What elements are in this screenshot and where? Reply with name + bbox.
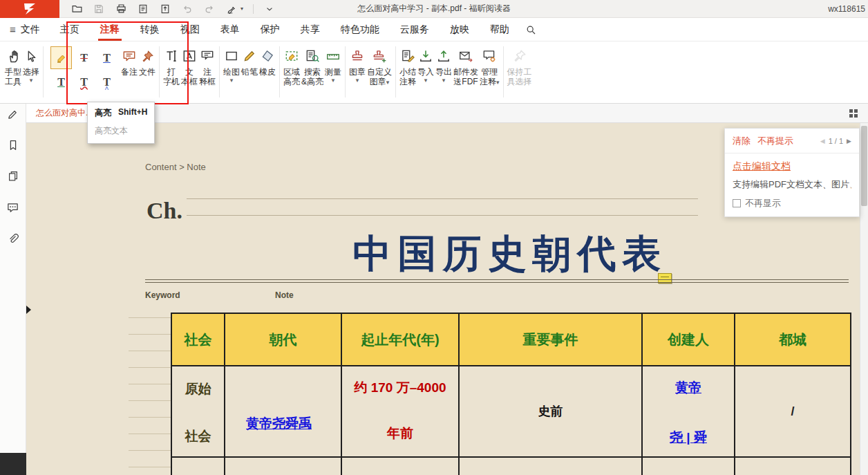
signature-tool-icon[interactable] [225, 3, 238, 15]
measure-caret-icon[interactable]: ▾ [332, 77, 335, 84]
print-icon[interactable] [115, 3, 127, 15]
attachments-panel-icon[interactable] [5, 230, 21, 247]
select-tool-button[interactable]: 选择 ▾ [22, 44, 40, 84]
note-button[interactable]: 备注 [120, 44, 138, 77]
drawing-rect-icon [224, 45, 239, 67]
bookmarks-panel-icon[interactable] [5, 137, 21, 153]
foxit-logo[interactable] [0, 0, 59, 18]
export-page-icon[interactable] [159, 3, 171, 15]
search-icon[interactable] [520, 18, 542, 41]
custom-stamp-button[interactable]: 自定义图章▾ [366, 44, 393, 86]
pager-next-icon[interactable]: ▶ [847, 138, 851, 145]
tab-grid-icon[interactable] [849, 104, 868, 122]
capital-cell: / [735, 366, 850, 456]
area-highlight-button[interactable]: 区域高亮 [283, 44, 301, 86]
open-file-icon[interactable] [70, 3, 83, 15]
menubar: ≡ 文件 主页 注释 转换 视图 表单 保护 共享 特色功能 云服务 放映 帮助 [0, 18, 868, 41]
export-comments-button[interactable]: 导出 ▾ [435, 44, 453, 84]
ribbon-separator [345, 46, 346, 97]
customize-toolbar-chevron-icon[interactable] [263, 3, 276, 15]
undo-icon[interactable] [181, 3, 194, 15]
drawing-button[interactable]: 绘图 ▾ [223, 44, 240, 84]
export-caret-icon[interactable]: ▾ [442, 77, 446, 84]
dynasty-link[interactable]: 黄帝尧舜禹 [246, 415, 312, 433]
checkbox-box[interactable] [733, 199, 741, 207]
tab-help[interactable]: 帮助 [480, 18, 520, 41]
ribbon-separator [279, 46, 280, 97]
manage-caret-icon[interactable]: ▾ [496, 79, 500, 86]
keep-tool-selected-button[interactable]: 保持工具选择 [507, 44, 533, 86]
measure-label: 测量 [325, 67, 341, 77]
vertical-scrollbar[interactable] [860, 123, 868, 475]
import-caret-icon[interactable]: ▾ [424, 77, 428, 84]
custom-stamp-caret-icon[interactable]: ▾ [386, 79, 390, 86]
email-fdf-button[interactable]: 邮件发送FDF [453, 44, 479, 86]
redo-icon[interactable] [203, 3, 216, 15]
tab-comment[interactable]: 注释 [90, 18, 130, 41]
pushpin-icon [140, 45, 155, 67]
eraser-button[interactable]: 橡皮 [258, 44, 276, 77]
select-caret-icon[interactable]: ▾ [30, 77, 33, 84]
scrollbar-thumb[interactable] [861, 126, 867, 206]
annotate-pencil-icon[interactable] [5, 106, 21, 122]
tab-view[interactable]: 视图 [170, 18, 210, 41]
dont-show-checkbox[interactable]: 不再显示 [733, 197, 851, 209]
import-comments-button[interactable]: 导入 ▾ [417, 44, 435, 84]
underline2-tool-button[interactable]: T [50, 71, 72, 93]
print-page-icon[interactable] [137, 3, 149, 15]
user-account[interactable]: wx118615 [828, 0, 865, 18]
manage-comments-button[interactable]: 管理注释▾ [479, 44, 500, 86]
tab-share[interactable]: 共享 [290, 18, 330, 41]
edit-document-link[interactable]: 点击编辑文档 [733, 160, 791, 173]
society-cell: 原始 社会 [172, 366, 225, 456]
insert-text-tool-button[interactable]: T [96, 71, 117, 93]
hand-tool-button[interactable]: 手型工具 [4, 44, 22, 86]
panel-expander-handle[interactable] [26, 306, 31, 314]
squiggly-tool-button[interactable]: T [73, 71, 95, 93]
custom-stamp-label: 自定义图章▾ [367, 67, 392, 86]
founder-link-1[interactable]: 黄帝 [675, 379, 701, 397]
tab-features[interactable]: 特色功能 [330, 18, 390, 41]
callout-button[interactable]: 注释框 [198, 44, 216, 86]
file-attachment-button[interactable]: 文件 [138, 44, 156, 77]
years-cell: 约 170 万–4000 年前 [342, 366, 460, 456]
save-icon[interactable] [93, 3, 105, 15]
signature-tool-caret-icon[interactable]: ▾ [240, 6, 243, 12]
area-highlight-icon [284, 45, 299, 67]
dismiss-button[interactable]: 不再提示 [757, 135, 793, 147]
tab-convert[interactable]: 转换 [130, 18, 170, 41]
header-cell: 起止年代(年) [342, 314, 460, 365]
typewriter-label: 打字机 [163, 67, 180, 86]
file-menu[interactable]: ≡ 文件 [10, 18, 50, 41]
stamp-button[interactable]: 图章 ▾ [348, 44, 366, 84]
left-sidebar [0, 104, 26, 475]
search-highlight-label: 搜索&高亮 [301, 67, 323, 86]
stamp-caret-icon[interactable]: ▾ [356, 77, 359, 84]
edit-notification-panel: 清除 不再提示 ◀ 1 / 1 ▶ 点击编辑文档 支持编辑PDF文档文本、图片、… [724, 128, 860, 217]
pages-panel-icon[interactable] [5, 168, 21, 185]
search-highlight-button[interactable]: 搜索&高亮 [301, 44, 324, 86]
clear-button[interactable]: 清除 [733, 135, 751, 147]
pencil-button[interactable]: 铅笔 [240, 44, 258, 77]
margin-ruling [129, 301, 171, 475]
pager-prev-icon[interactable]: ◀ [820, 138, 825, 145]
tab-home[interactable]: 主页 [50, 18, 90, 41]
hand-tool-label: 手型工具 [5, 67, 21, 86]
tab-play[interactable]: 放映 [440, 18, 480, 41]
tab-form[interactable]: 表单 [210, 18, 250, 41]
file-attachment-label: 文件 [139, 67, 155, 77]
founder-link-2[interactable]: 尧 | 舜 [670, 429, 707, 447]
underline2-icon: T [57, 76, 65, 89]
tab-protect[interactable]: 保护 [250, 18, 290, 41]
strikeout-tool-button[interactable]: T [73, 46, 95, 69]
typewriter-button[interactable]: 打字机 [162, 44, 180, 86]
underline-tool-button[interactable]: T [96, 46, 117, 69]
tab-cloud[interactable]: 云服务 [390, 18, 440, 41]
summarize-comments-button[interactable]: 小结注释 [399, 44, 417, 86]
textbox-button[interactable]: 文本框 [180, 44, 198, 86]
tooltip-subtitle: 高亮文本 [95, 125, 147, 137]
measure-button[interactable]: 测量 ▾ [324, 44, 342, 84]
highlight-tool-button[interactable] [50, 46, 72, 69]
drawing-caret-icon[interactable]: ▾ [230, 77, 234, 84]
comments-panel-icon[interactable] [5, 199, 21, 216]
